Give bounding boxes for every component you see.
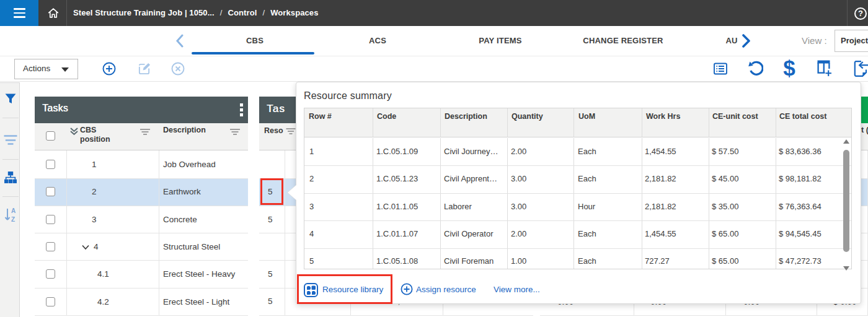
svg-text:A: A: [11, 207, 16, 214]
svg-text:Z: Z: [11, 216, 15, 223]
